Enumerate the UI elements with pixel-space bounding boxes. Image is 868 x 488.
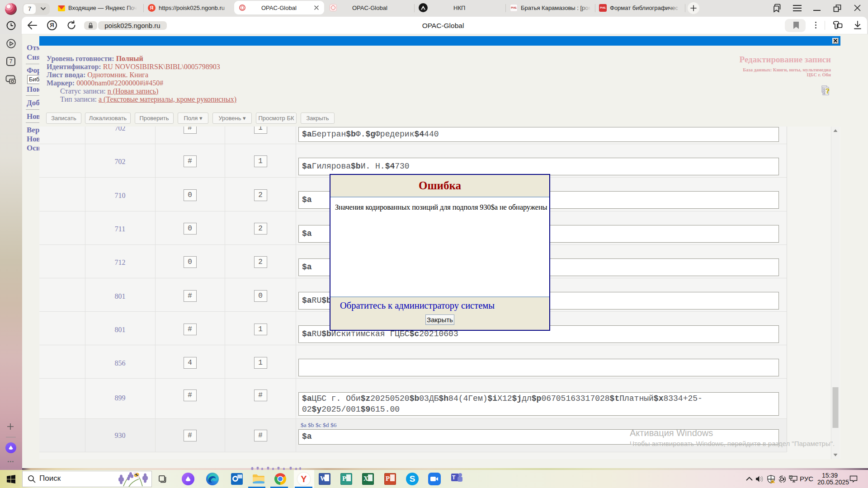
svg-text:?: ? [826, 87, 830, 95]
svg-text:!: ! [772, 480, 773, 483]
